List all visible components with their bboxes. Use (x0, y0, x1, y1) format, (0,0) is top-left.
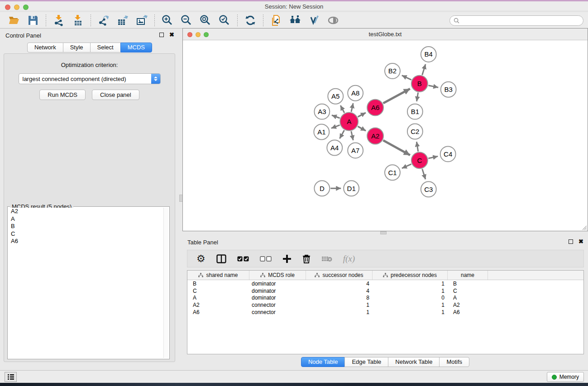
edge-B-B4[interactable] (422, 64, 425, 75)
horizontal-split-grip[interactable] (380, 231, 387, 234)
mcds-result-item[interactable]: A2 (9, 208, 168, 215)
table-row[interactable]: A6connector11A6 (187, 309, 583, 316)
network-canvas[interactable]: AA1A2A3A4A5A6A7A8BB1B2B3B4CC1C2C3C4DD1 (183, 40, 588, 231)
node-A1[interactable]: A1 (314, 124, 329, 140)
node-A3[interactable]: A3 (314, 104, 330, 119)
edge-A-A5[interactable] (340, 105, 344, 113)
table-options-gear-icon[interactable]: ⚙ (196, 254, 206, 264)
toggle-graphics-details-icon[interactable] (326, 14, 340, 27)
close-panel-icon[interactable]: ✖ (169, 33, 174, 37)
edge-B-B2[interactable] (402, 76, 411, 80)
tab-select[interactable]: Select (90, 43, 121, 52)
edge-A6-B[interactable] (383, 89, 410, 103)
table-row[interactable]: Adominator80A (187, 295, 583, 302)
node-A[interactable]: A (340, 113, 358, 131)
tab-mcds[interactable]: MCDS (120, 43, 152, 52)
clone-network-icon[interactable] (269, 14, 283, 27)
node-B4[interactable]: B4 (421, 47, 436, 62)
node-A7[interactable]: A7 (348, 143, 363, 158)
table-row[interactable]: A2connector11A2 (187, 301, 583, 309)
column-header-successor-nodes[interactable]: successor nodes (306, 271, 373, 280)
node-A6[interactable]: A6 (367, 100, 383, 116)
node-C2[interactable]: C2 (407, 124, 423, 139)
export-image-icon[interactable] (135, 14, 148, 27)
node-B1[interactable]: B1 (407, 104, 423, 119)
node-B3[interactable]: B3 (441, 82, 456, 97)
column-header-predecessor-nodes[interactable]: predecessor nodes (373, 271, 448, 280)
network-graph[interactable]: AA1A2A3A4A5A6A7A8BB1B2B3B4CC1C2C3C4DD1 (183, 40, 588, 231)
home-view-icon[interactable] (288, 14, 302, 27)
edge-A2-C[interactable] (383, 140, 410, 155)
export-table-icon[interactable] (116, 14, 129, 27)
tab-style[interactable]: Style (63, 43, 91, 52)
tab-network[interactable]: Network (27, 43, 63, 52)
tab-edge-table[interactable]: Edge Table (344, 357, 388, 367)
node-A4[interactable]: A4 (327, 140, 342, 155)
node-C3[interactable]: C3 (421, 181, 436, 197)
import-network-file-icon[interactable] (52, 14, 66, 27)
add-column-icon[interactable] (282, 254, 292, 263)
node-A5[interactable]: A5 (328, 89, 343, 104)
node-D[interactable]: D (314, 181, 330, 196)
node-D1[interactable]: D1 (344, 181, 359, 196)
close-panel-button[interactable]: Close panel (92, 90, 139, 100)
edge-A-A1[interactable] (331, 125, 340, 128)
tab-motifs[interactable]: Motifs (439, 357, 469, 367)
float-panel-icon[interactable] (159, 33, 164, 37)
column-header-MCDS-role[interactable]: MCDS role (249, 271, 306, 280)
function-builder-icon[interactable]: f(x) (343, 254, 355, 264)
refresh-view-icon[interactable] (244, 14, 257, 27)
node-C1[interactable]: C1 (385, 165, 400, 180)
validate-style-icon[interactable] (307, 14, 321, 27)
node-C[interactable]: C (411, 152, 428, 168)
search-input[interactable] (459, 18, 583, 24)
mcds-result-item[interactable]: A6 (9, 238, 168, 245)
edge-A-A7[interactable] (351, 131, 353, 140)
column-header-shared-name[interactable]: shared name (187, 271, 249, 280)
table-row[interactable]: Bdominator41B (187, 280, 583, 287)
edge-A-A8[interactable] (351, 103, 353, 112)
edge-A-A4[interactable] (339, 130, 344, 139)
edge-B-B3[interactable] (428, 86, 438, 87)
run-mcds-button[interactable]: Run MCDS (39, 90, 86, 100)
float-table-panel-icon[interactable] (569, 239, 573, 244)
memory-button[interactable]: Memory (547, 372, 584, 382)
tab-network-table[interactable]: Network Table (388, 357, 440, 367)
column-header-name[interactable]: name (448, 271, 488, 280)
export-network-icon[interactable] (97, 14, 110, 27)
node-A8[interactable]: A8 (348, 86, 363, 101)
zoom-selected-icon[interactable] (218, 14, 231, 27)
edge-B-B1[interactable] (416, 92, 418, 101)
edge-A-A3[interactable] (332, 115, 340, 118)
edge-C-C3[interactable] (422, 169, 425, 179)
import-table-file-icon[interactable] (71, 14, 85, 27)
mcds-result-scrollbar[interactable] (163, 208, 168, 358)
close-table-panel-icon[interactable]: ✖ (578, 239, 583, 244)
node-B2[interactable]: B2 (385, 63, 400, 79)
save-session-icon[interactable] (26, 14, 40, 27)
delete-column-trash-icon[interactable] (302, 254, 311, 263)
column-selector-icon[interactable] (216, 254, 226, 263)
mcds-result-list[interactable]: A2ABCA6 (9, 208, 168, 358)
zoom-fit-icon[interactable] (199, 14, 212, 27)
resize-grip-icon[interactable] (581, 224, 587, 230)
delete-table-icon[interactable] (321, 256, 332, 262)
tab-node-table[interactable]: Node Table (301, 357, 345, 367)
node-B[interactable]: B (411, 76, 428, 92)
edge-A-A2[interactable] (358, 126, 366, 131)
zoom-in-icon[interactable] (161, 14, 174, 27)
table-row[interactable]: Cdominator41C (187, 287, 583, 295)
select-all-checkboxes-icon[interactable] (237, 256, 249, 262)
deselect-all-checkboxes-icon[interactable] (260, 256, 272, 262)
mcds-result-item[interactable]: C (9, 230, 168, 238)
edge-C-C2[interactable] (416, 142, 418, 151)
edge-A-A6[interactable] (358, 113, 366, 117)
search-field[interactable] (449, 15, 583, 26)
node-C4[interactable]: C4 (440, 146, 456, 162)
optimization-criterion-dropdown[interactable]: largest connected component (directed) (19, 73, 161, 84)
mcds-result-item[interactable]: B (9, 223, 168, 230)
edge-C-C1[interactable] (402, 164, 411, 168)
zoom-out-icon[interactable] (180, 14, 193, 27)
mcds-result-item[interactable]: A (9, 215, 168, 223)
task-history-button[interactable] (5, 372, 17, 382)
